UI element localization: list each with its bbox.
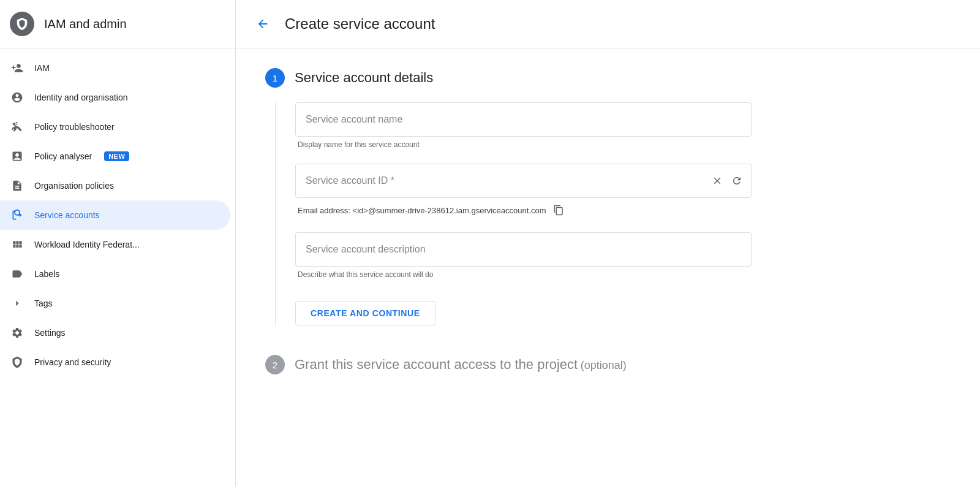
sidebar-item-settings-label: Settings bbox=[34, 328, 66, 338]
sidebar-item-org-policies[interactable]: Organisation policies bbox=[0, 171, 230, 200]
build-icon bbox=[10, 120, 24, 134]
sidebar-item-workload-identity[interactable]: Workload Identity Federat... bbox=[0, 230, 230, 259]
step-1-section: 1 Service account details Display name f… bbox=[265, 68, 951, 325]
sidebar: IAM and admin IAM Identity and organisat… bbox=[0, 0, 236, 486]
service-account-description-field: Describe what this service account will … bbox=[295, 232, 951, 279]
analytics-icon bbox=[10, 149, 24, 164]
page-body: 1 Service account details Display name f… bbox=[236, 48, 980, 486]
sidebar-item-iam-label: IAM bbox=[34, 63, 50, 73]
main-content: Create service account 1 Service account… bbox=[236, 0, 980, 486]
description-icon bbox=[10, 178, 24, 193]
service-account-id-field: Email address: <id>@summer-drive-238612.… bbox=[295, 164, 951, 218]
sidebar-item-privacy-label: Privacy and security bbox=[34, 357, 111, 367]
step-1-header: 1 Service account details bbox=[265, 68, 951, 88]
step-1-title: Service account details bbox=[295, 70, 433, 86]
sidebar-item-privacy-security[interactable]: Privacy and security bbox=[0, 347, 230, 377]
sidebar-item-policy-analyser[interactable]: Policy analyser NEW bbox=[0, 142, 230, 171]
sidebar-item-labels[interactable]: Labels bbox=[0, 259, 230, 289]
step-2-subtitle: (optional) bbox=[581, 359, 627, 371]
step-2-titles: Grant this service account access to the… bbox=[295, 357, 627, 373]
sidebar-item-tags[interactable]: Tags bbox=[0, 289, 230, 318]
step-2-circle: 2 bbox=[265, 355, 285, 374]
service-account-id-input[interactable] bbox=[295, 164, 752, 198]
step-1-content: Display name for this service account bbox=[275, 102, 951, 325]
refresh-id-button[interactable] bbox=[729, 173, 744, 188]
id-input-wrapper bbox=[295, 164, 752, 198]
step-2-section: 2 Grant this service account access to t… bbox=[265, 355, 951, 374]
sidebar-item-troubleshooter-label: Policy troubleshooter bbox=[34, 122, 115, 132]
create-and-continue-button[interactable]: CREATE AND CONTINUE bbox=[295, 301, 435, 325]
sidebar-nav: IAM Identity and organisation Policy tro… bbox=[0, 48, 235, 486]
name-field-hint: Display name for this service account bbox=[295, 140, 951, 149]
sidebar-item-service-accounts[interactable]: Service accounts bbox=[0, 200, 230, 230]
sidebar-item-analyser-label: Policy analyser bbox=[34, 151, 92, 161]
email-address-row: Email address: <id>@summer-drive-238612.… bbox=[295, 203, 951, 218]
page-title: Create service account bbox=[285, 15, 435, 32]
service-account-name-input[interactable] bbox=[295, 102, 752, 137]
step-1-circle: 1 bbox=[265, 68, 285, 88]
service-account-name-field: Display name for this service account bbox=[295, 102, 951, 149]
sidebar-logo bbox=[10, 12, 34, 36]
shield-icon bbox=[10, 355, 24, 370]
sidebar-item-iam[interactable]: IAM bbox=[0, 53, 230, 83]
sidebar-item-identity-org[interactable]: Identity and organisation bbox=[0, 83, 230, 112]
sidebar-item-labels-label: Labels bbox=[34, 269, 59, 279]
sidebar-item-policy-troubleshooter[interactable]: Policy troubleshooter bbox=[0, 112, 230, 142]
manage-accounts-icon bbox=[10, 208, 24, 222]
page-header: Create service account bbox=[236, 0, 980, 48]
id-input-actions bbox=[710, 173, 744, 188]
settings-icon bbox=[10, 325, 24, 340]
sidebar-item-workload-label: Workload Identity Federat... bbox=[34, 240, 140, 249]
new-badge: NEW bbox=[104, 151, 129, 161]
sidebar-item-settings[interactable]: Settings bbox=[0, 318, 230, 347]
sidebar-item-tags-label: Tags bbox=[34, 298, 53, 308]
description-field-hint: Describe what this service account will … bbox=[295, 270, 951, 279]
step-2-header: 2 Grant this service account access to t… bbox=[265, 355, 951, 374]
person-add-icon bbox=[10, 61, 24, 75]
view-module-icon bbox=[10, 237, 24, 252]
sidebar-item-org-policies-label: Organisation policies bbox=[34, 181, 114, 191]
sidebar-title: IAM and admin bbox=[44, 17, 127, 31]
sidebar-header: IAM and admin bbox=[0, 0, 235, 48]
copy-email-button[interactable] bbox=[551, 203, 566, 218]
clear-id-button[interactable] bbox=[710, 173, 725, 188]
email-address-text: Email address: <id>@summer-drive-238612.… bbox=[298, 206, 546, 215]
sidebar-item-service-accounts-label: Service accounts bbox=[34, 210, 100, 220]
back-button[interactable] bbox=[251, 12, 275, 36]
chevron-right-icon bbox=[10, 296, 24, 311]
service-account-description-input[interactable] bbox=[295, 232, 752, 267]
label-icon bbox=[10, 267, 24, 281]
account-circle-icon bbox=[10, 90, 24, 105]
sidebar-item-identity-label: Identity and organisation bbox=[34, 93, 128, 102]
step-2-title: Grant this service account access to the… bbox=[295, 357, 578, 372]
